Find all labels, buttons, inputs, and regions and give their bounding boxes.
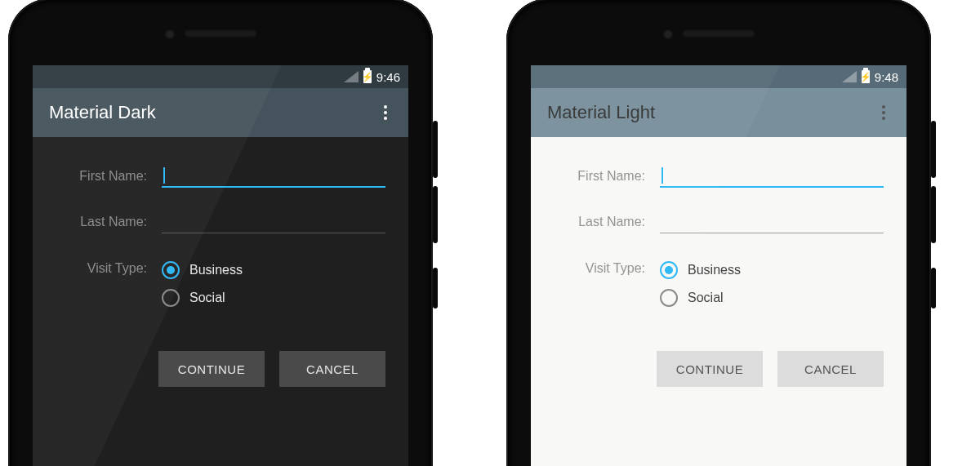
radio-social-label: Social [688, 291, 724, 305]
first-name-input[interactable] [660, 165, 884, 188]
first-name-label: First Name: [56, 169, 162, 184]
volume-down-button[interactable] [433, 186, 438, 243]
radio-checked-icon [660, 261, 678, 279]
overflow-dot-icon [384, 117, 387, 120]
last-name-label: Last Name: [56, 215, 162, 229]
radio-social[interactable]: Social [660, 284, 884, 312]
overflow-dot-icon [882, 117, 885, 120]
visit-type-label: Visit Type: [554, 256, 660, 276]
screen-dark: ⚡ 9:46 Material Dark First Name: Last Na… [33, 65, 408, 466]
last-name-input[interactable] [162, 211, 385, 233]
radio-unchecked-icon [660, 289, 678, 307]
form: First Name: Last Name: Visit Type: Busin… [531, 137, 906, 312]
last-name-input[interactable] [660, 211, 884, 233]
form: First Name: Last Name: Visit Type: Busin… [33, 137, 408, 312]
app-bar: Material Dark [33, 88, 408, 137]
radio-unchecked-icon [162, 289, 180, 307]
overflow-dot-icon [882, 105, 885, 109]
volume-up-button[interactable] [931, 121, 936, 178]
volume-up-button[interactable] [433, 121, 438, 178]
status-clock: 9:46 [376, 70, 400, 84]
radio-checked-icon [162, 261, 180, 279]
radio-business-label: Business [688, 263, 741, 277]
front-camera [165, 29, 175, 39]
radio-business-label: Business [189, 263, 243, 277]
overflow-menu-button[interactable] [877, 100, 890, 125]
phone-frame-light: ⚡ 9:48 Material Light First Name: Last N… [506, 0, 931, 466]
visit-type-radio-group: Business Social [660, 256, 884, 312]
cancel-button[interactable]: CANCEL [279, 351, 385, 387]
overflow-dot-icon [384, 111, 387, 114]
button-row: CONTINUE CANCEL [531, 335, 906, 387]
last-name-row: Last Name: [56, 211, 385, 233]
radio-social[interactable]: Social [162, 284, 385, 312]
screen-light: ⚡ 9:48 Material Light First Name: Last N… [531, 65, 906, 466]
battery-charging-icon: ⚡ [363, 70, 372, 83]
power-button[interactable] [931, 268, 936, 308]
visit-type-row: Visit Type: Business Social [554, 256, 884, 312]
first-name-row: First Name: [56, 165, 385, 188]
last-name-label: Last Name: [554, 215, 660, 229]
radio-social-label: Social [189, 291, 225, 305]
app-bar: Material Light [531, 88, 906, 137]
first-name-label: First Name: [554, 169, 660, 184]
earpiece [682, 29, 755, 38]
last-name-row: Last Name: [554, 211, 884, 233]
status-bar: ⚡ 9:48 [531, 65, 906, 88]
volume-down-button[interactable] [931, 186, 936, 243]
cancel-button[interactable]: CANCEL [777, 351, 884, 387]
radio-business[interactable]: Business [660, 256, 884, 284]
cell-signal-icon [344, 71, 359, 82]
phone-frame-dark: ⚡ 9:46 Material Dark First Name: Last Na… [8, 0, 433, 466]
visit-type-label: Visit Type: [56, 256, 162, 276]
battery-charging-icon: ⚡ [862, 70, 870, 83]
cell-signal-icon [842, 71, 857, 82]
first-name-row: First Name: [554, 165, 884, 188]
front-camera [663, 29, 673, 39]
overflow-menu-button[interactable] [379, 100, 392, 125]
visit-type-radio-group: Business Social [162, 256, 385, 312]
status-clock: 9:48 [875, 70, 898, 84]
app-title: Material Light [547, 102, 655, 123]
overflow-dot-icon [882, 111, 885, 114]
first-name-input[interactable] [162, 165, 385, 188]
button-row: CONTINUE CANCEL [33, 335, 408, 387]
continue-button[interactable]: CONTINUE [158, 351, 265, 387]
power-button[interactable] [433, 268, 438, 308]
status-bar: ⚡ 9:46 [33, 65, 408, 88]
radio-business[interactable]: Business [162, 256, 385, 284]
overflow-dot-icon [384, 105, 387, 109]
earpiece [184, 29, 257, 38]
visit-type-row: Visit Type: Business Social [56, 256, 385, 312]
app-title: Material Dark [49, 102, 156, 123]
continue-button[interactable]: CONTINUE [657, 351, 763, 387]
